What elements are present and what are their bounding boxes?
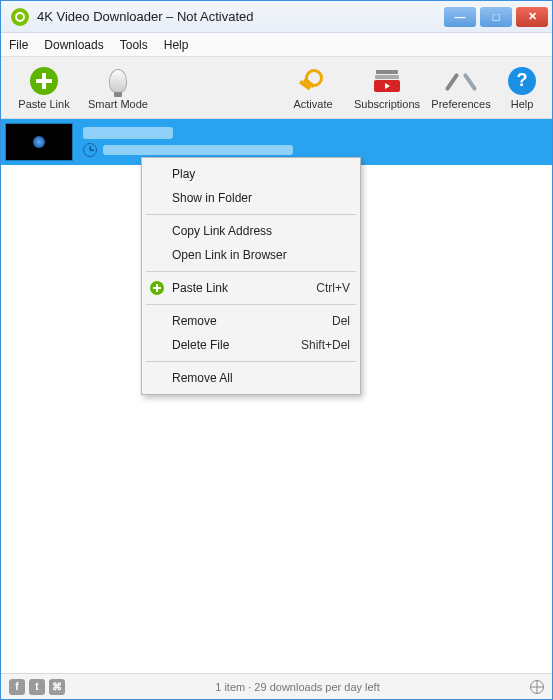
preferences-button[interactable]: Preferences [424, 59, 498, 117]
context-separator [146, 304, 356, 305]
subscriptions-label: Subscriptions [354, 98, 420, 110]
context-open-browser[interactable]: Open Link in Browser [144, 243, 358, 267]
status-text: 1 item · 29 downloads per day left [65, 681, 530, 693]
menu-tools[interactable]: Tools [120, 38, 148, 52]
context-show-folder-label: Show in Folder [172, 191, 252, 205]
title-bar: 4K Video Downloader – Not Activated — □ … [1, 1, 552, 33]
context-copy-link[interactable]: Copy Link Address [144, 219, 358, 243]
context-remove-label: Remove [172, 314, 217, 328]
paste-link-label: Paste Link [18, 98, 69, 110]
context-show-folder[interactable]: Show in Folder [144, 186, 358, 210]
download-item-subtitle [103, 145, 293, 155]
plus-icon [150, 281, 164, 295]
menu-file[interactable]: File [9, 38, 28, 52]
app-icon [11, 8, 29, 26]
smart-mode-label: Smart Mode [88, 98, 148, 110]
subscriptions-button[interactable]: Subscriptions [350, 59, 424, 117]
context-remove-all[interactable]: Remove All [144, 366, 358, 390]
download-list: Play Show in Folder Copy Link Address Op… [1, 119, 552, 673]
instagram-icon[interactable]: ⌘ [49, 679, 65, 695]
context-open-browser-label: Open Link in Browser [172, 248, 287, 262]
context-delete-file-shortcut: Shift+Del [301, 338, 350, 352]
twitter-icon[interactable]: t [29, 679, 45, 695]
clock-icon [83, 143, 97, 157]
window-title: 4K Video Downloader – Not Activated [35, 9, 444, 24]
context-play-label: Play [172, 167, 195, 181]
menu-bar: File Downloads Tools Help [1, 33, 552, 57]
menu-help[interactable]: Help [164, 38, 189, 52]
activate-label: Activate [293, 98, 332, 110]
maximize-button[interactable]: □ [480, 7, 512, 27]
menu-downloads[interactable]: Downloads [44, 38, 103, 52]
context-paste-link[interactable]: Paste Link Ctrl+V [144, 276, 358, 300]
context-paste-label: Paste Link [172, 281, 228, 295]
context-separator [146, 214, 356, 215]
key-icon [301, 69, 325, 93]
context-delete-file[interactable]: Delete File Shift+Del [144, 333, 358, 357]
help-label: Help [511, 98, 534, 110]
context-remove-all-label: Remove All [172, 371, 233, 385]
context-delete-file-label: Delete File [172, 338, 229, 352]
status-bar: f t ⌘ 1 item · 29 downloads per day left [1, 673, 552, 699]
help-icon: ? [508, 67, 536, 95]
context-separator [146, 361, 356, 362]
context-paste-shortcut: Ctrl+V [316, 281, 350, 295]
minimize-button[interactable]: — [444, 7, 476, 27]
download-item-title [83, 127, 173, 139]
help-button[interactable]: ? Help [498, 59, 546, 117]
context-remove-shortcut: Del [332, 314, 350, 328]
plus-icon [30, 67, 58, 95]
preferences-label: Preferences [431, 98, 490, 110]
video-thumbnail [5, 123, 73, 161]
context-menu: Play Show in Folder Copy Link Address Op… [141, 157, 361, 395]
close-button[interactable]: ✕ [516, 7, 548, 27]
smart-mode-button[interactable]: Smart Mode [81, 59, 155, 117]
download-item-meta [83, 127, 293, 157]
app-window: 4K Video Downloader – Not Activated — □ … [0, 0, 553, 700]
context-remove[interactable]: Remove Del [144, 309, 358, 333]
globe-icon[interactable] [530, 680, 544, 694]
context-copy-link-label: Copy Link Address [172, 224, 272, 238]
subscriptions-icon [374, 70, 400, 92]
tools-icon [448, 68, 474, 94]
context-separator [146, 271, 356, 272]
activate-button[interactable]: Activate [276, 59, 350, 117]
paste-link-button[interactable]: Paste Link [7, 59, 81, 117]
toolbar: Paste Link Smart Mode Activate Subscript… [1, 57, 552, 119]
context-play[interactable]: Play [144, 162, 358, 186]
facebook-icon[interactable]: f [9, 679, 25, 695]
bulb-icon [109, 69, 127, 93]
